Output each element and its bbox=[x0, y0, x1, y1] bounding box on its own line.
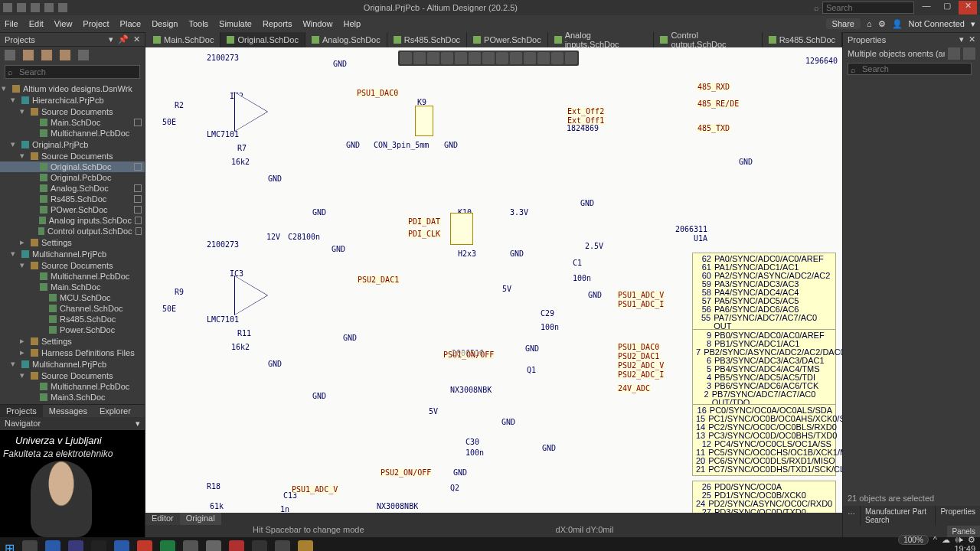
projects-tree[interactable]: ▾Altium video designs.DsnWrk▾Hierarchica… bbox=[0, 81, 145, 404]
tree-item[interactable]: ▾Multichannel.PrjPcb bbox=[0, 248, 145, 259]
tool-icon[interactable] bbox=[482, 52, 495, 64]
menu-window[interactable]: Window bbox=[302, 19, 332, 28]
share-button[interactable]: Share bbox=[826, 18, 861, 29]
tree-item[interactable]: Main.SchDoc bbox=[0, 117, 145, 128]
tool-icon[interactable] bbox=[496, 52, 508, 64]
chevron-down-icon[interactable]: ▾ bbox=[136, 419, 140, 429]
document-tab[interactable]: Original.SchDoc bbox=[220, 32, 305, 47]
tree-item[interactable]: Analog inputs.SchDoc bbox=[0, 215, 145, 226]
tree-item[interactable]: ▾Source Documents bbox=[0, 370, 145, 381]
panel-menu-icon[interactable]: ▾ bbox=[109, 34, 113, 44]
tool-icon[interactable] bbox=[400, 52, 412, 64]
tool-icon[interactable] bbox=[551, 52, 564, 64]
panel-menu-icon[interactable]: ▾ bbox=[959, 34, 964, 44]
tree-item[interactable]: ▾Source Documents bbox=[0, 150, 145, 161]
menu-help[interactable]: Help bbox=[344, 19, 361, 28]
tool-icon[interactable] bbox=[413, 52, 426, 64]
toolbar-icon[interactable] bbox=[5, 50, 15, 60]
menu-edit[interactable]: Edit bbox=[29, 19, 44, 28]
connector-k10[interactable] bbox=[450, 213, 473, 245]
tab-explorer[interactable]: Explorer bbox=[93, 405, 137, 417]
tab-trunc[interactable]: … bbox=[843, 506, 860, 526]
tool-icon[interactable] bbox=[537, 52, 550, 64]
qat-icon[interactable] bbox=[31, 3, 40, 12]
menu-place[interactable]: Place bbox=[120, 19, 142, 28]
toolbar-icon[interactable] bbox=[41, 50, 52, 60]
tray-icon[interactable]: 🕪 bbox=[955, 536, 963, 544]
menu-file[interactable]: File bbox=[5, 19, 18, 28]
toolbar-icon[interactable] bbox=[23, 50, 34, 60]
menu-simulate[interactable]: Simulate bbox=[219, 19, 252, 28]
taskbar-app-icon[interactable] bbox=[45, 540, 60, 551]
close-button[interactable]: ✕ bbox=[959, 1, 977, 15]
tree-item[interactable]: ▸Settings bbox=[0, 236, 145, 248]
taskbar-app-icon[interactable] bbox=[229, 540, 244, 551]
document-tab[interactable]: POwer.SchDoc bbox=[467, 32, 548, 47]
tree-item[interactable]: Main.SchDoc bbox=[0, 282, 145, 292]
panel-close-icon[interactable]: ✕ bbox=[969, 34, 975, 44]
tree-item[interactable]: MCU.SchDoc bbox=[0, 292, 145, 303]
filter-dropdown[interactable] bbox=[963, 47, 975, 60]
tool-icon[interactable] bbox=[524, 52, 536, 64]
menu-project[interactable]: Project bbox=[83, 19, 109, 28]
tree-item[interactable]: Main3.SchDoc bbox=[0, 392, 145, 403]
minimize-button[interactable]: — bbox=[917, 1, 936, 15]
tree-item[interactable]: ▾Source Documents bbox=[0, 259, 145, 271]
tree-item[interactable]: Multichannel.PcbDoc bbox=[0, 381, 145, 392]
tree-item[interactable]: ▾Multichannel.PrjPcb bbox=[0, 358, 145, 370]
tree-item[interactable]: Multichannel.PcbDoc bbox=[0, 271, 145, 282]
tab-original[interactable]: Original bbox=[180, 513, 221, 525]
tree-item[interactable]: ▾Source Documents bbox=[0, 106, 145, 117]
tree-item[interactable]: Analog.SchDoc bbox=[0, 183, 145, 194]
document-tab[interactable]: Rs485.SchDoc bbox=[763, 32, 842, 47]
gear-icon[interactable]: ⚙ bbox=[878, 19, 886, 29]
taskbar-app-icon[interactable] bbox=[22, 540, 38, 551]
titlebar-search-input[interactable] bbox=[822, 2, 914, 14]
menu-design[interactable]: Design bbox=[152, 19, 178, 28]
clock-time[interactable]: 19:49 bbox=[954, 544, 975, 552]
taskbar-app-icon[interactable] bbox=[183, 540, 198, 551]
tree-item[interactable]: ▾Hierarchical.PrjPcb bbox=[0, 94, 145, 106]
tab-editor[interactable]: Editor bbox=[145, 513, 180, 525]
tree-item[interactable]: Channel.SchDoc bbox=[0, 303, 145, 314]
start-button[interactable]: ⊞ bbox=[5, 541, 15, 552]
toolbar-icon[interactable] bbox=[60, 50, 70, 60]
user-icon[interactable]: 👤 bbox=[892, 19, 903, 29]
taskbar-app-icon[interactable] bbox=[114, 540, 129, 551]
properties-search-input[interactable] bbox=[848, 63, 972, 75]
document-tab[interactable]: Analog.SchDoc bbox=[305, 32, 387, 47]
taskbar-app-icon[interactable] bbox=[275, 540, 290, 551]
taskbar-app-icon[interactable] bbox=[68, 540, 83, 551]
menu-reports[interactable]: Reports bbox=[263, 19, 292, 28]
tree-item[interactable]: ▾Altium video designs.DsnWrk bbox=[0, 83, 145, 94]
panel-pin-icon[interactable]: 📌 bbox=[118, 34, 129, 44]
home-icon[interactable]: ⌂ bbox=[867, 19, 872, 28]
tree-item[interactable]: ▸Harness Definitions Files bbox=[0, 347, 145, 358]
save-icon[interactable] bbox=[17, 3, 26, 12]
tree-item[interactable]: Original.PcbDoc bbox=[0, 172, 145, 183]
taskbar-app-icon[interactable] bbox=[137, 540, 152, 551]
tool-icon[interactable] bbox=[441, 52, 453, 64]
schematic-canvas[interactable]: 2100273 GND IC2 PSU1_DAC0 K9 R2 50E LMC7… bbox=[145, 47, 842, 513]
tray-icon[interactable]: ^ bbox=[933, 536, 937, 544]
tab-manufacturer-search[interactable]: Manufacturer Part Search bbox=[860, 506, 935, 526]
taskbar-app-icon[interactable] bbox=[91, 540, 106, 551]
chevron-down-icon[interactable]: ▾ bbox=[971, 19, 975, 29]
document-tab[interactable]: Analog inputs.SchDoc bbox=[548, 32, 655, 47]
tree-item[interactable]: Control output.SchDoc bbox=[0, 226, 145, 236]
connector-k9[interactable] bbox=[415, 106, 433, 136]
tree-item[interactable]: POwer.SchDoc bbox=[0, 204, 145, 215]
tool-icon[interactable] bbox=[510, 52, 522, 64]
toolbar-icon[interactable] bbox=[78, 50, 89, 60]
tree-item[interactable]: ▸Settings bbox=[0, 335, 145, 347]
qat-icon[interactable] bbox=[44, 3, 54, 12]
tool-icon[interactable] bbox=[469, 52, 481, 64]
document-tab[interactable]: Control output.SchDoc bbox=[654, 32, 762, 47]
document-tab[interactable]: Main.SchDoc bbox=[147, 32, 220, 47]
filter-button[interactable] bbox=[948, 47, 960, 60]
maximize-button[interactable]: ▢ bbox=[938, 1, 956, 15]
tab-projects[interactable]: Projects bbox=[0, 405, 43, 417]
menu-view[interactable]: View bbox=[54, 19, 73, 28]
tab-messages[interactable]: Messages bbox=[43, 405, 93, 417]
tray-icon[interactable]: ⚙ bbox=[968, 536, 975, 544]
